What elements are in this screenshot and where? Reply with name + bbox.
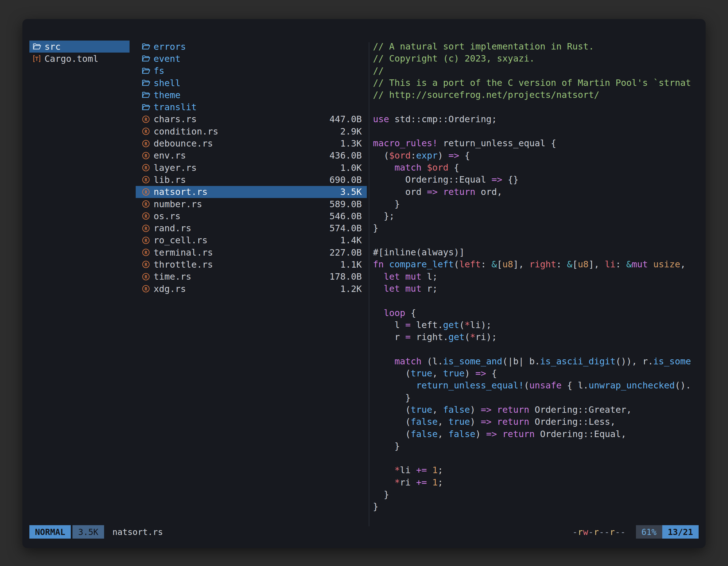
- file-size: 1.3K: [340, 138, 362, 149]
- file-row[interactable]: R condition.rs 2.9K: [136, 125, 367, 137]
- file-row[interactable]: R throttle.rs 1.1K: [136, 259, 367, 271]
- file-size: 2.9K: [340, 126, 362, 137]
- file-name: theme: [154, 90, 180, 100]
- code-line: }: [373, 501, 699, 513]
- file-row[interactable]: errors: [136, 41, 367, 53]
- file-name: fs: [154, 65, 165, 76]
- svg-text:R: R: [145, 286, 147, 292]
- file-row[interactable]: Cargo.toml: [29, 53, 130, 65]
- file-name: event: [154, 53, 180, 64]
- rust-icon: R: [141, 272, 154, 281]
- folder-icon: [141, 66, 154, 76]
- code-line: use std::cmp::Ordering;: [373, 113, 699, 125]
- svg-text:R: R: [145, 117, 147, 122]
- status-bar: NORMAL 3.5K natsort.rs -rw-r--r-- 61% 13…: [29, 525, 699, 539]
- folder-icon: [141, 103, 154, 112]
- file-row[interactable]: event: [136, 53, 367, 65]
- file-row[interactable]: R layer.rs 1.0K: [136, 162, 367, 174]
- panes: src Cargo.toml errors event fs shell the…: [22, 41, 706, 515]
- rust-icon: R: [141, 260, 154, 269]
- file-row[interactable]: translit: [136, 101, 367, 113]
- folder-icon: [141, 42, 154, 51]
- file-name: natsort.rs: [154, 187, 208, 197]
- file-size: 1.4K: [340, 235, 362, 246]
- code-line: [373, 295, 699, 307]
- code-line: fn compare_left(left: &[u8], right: &[u8…: [373, 259, 699, 271]
- rust-icon: R: [141, 139, 154, 148]
- file-name: chars.rs: [154, 114, 197, 125]
- status-filename: natsort.rs: [112, 527, 163, 537]
- svg-text:R: R: [145, 165, 147, 171]
- file-row[interactable]: R chars.rs 447.0B: [136, 113, 367, 125]
- file-name: env.rs: [154, 150, 186, 161]
- code-line: // This is a port of the C version of Ma…: [373, 77, 699, 89]
- file-size: 574.0B: [329, 223, 362, 234]
- scroll-percent-badge: 61%: [636, 525, 662, 539]
- svg-text:R: R: [145, 189, 147, 195]
- code-line: match (l.is_some_and(|b| b.is_ascii_digi…: [373, 355, 699, 367]
- file-row[interactable]: R env.rs 436.0B: [136, 150, 367, 162]
- file-row[interactable]: shell: [136, 77, 367, 89]
- file-row[interactable]: R number.rs 589.0B: [136, 198, 367, 210]
- rust-icon: R: [141, 163, 154, 172]
- svg-text:R: R: [145, 262, 147, 267]
- file-size: 546.0B: [329, 211, 362, 222]
- file-row[interactable]: src: [29, 41, 130, 53]
- file-size: 690.0B: [329, 175, 362, 185]
- mode-badge: NORMAL: [29, 525, 71, 539]
- file-row[interactable]: R time.rs 178.0B: [136, 271, 367, 283]
- file-size: 589.0B: [329, 199, 362, 210]
- code-line: // A natural sort implementation in Rust…: [373, 41, 699, 53]
- code-line: }: [373, 392, 699, 404]
- code-line: [373, 452, 699, 464]
- rust-icon: R: [141, 115, 154, 124]
- current-pane: errors event fs shell theme translit R c…: [136, 41, 367, 295]
- preview-pane: // A natural sort implementation in Rust…: [373, 41, 699, 515]
- file-row[interactable]: R rand.rs 574.0B: [136, 222, 367, 234]
- permissions: -rw-r--r--: [572, 527, 626, 537]
- rust-icon: R: [141, 187, 154, 197]
- code-line: let mut l;: [373, 271, 699, 283]
- file-row[interactable]: R natsort.rs 3.5K: [136, 186, 367, 198]
- file-row[interactable]: fs: [136, 65, 367, 77]
- svg-text:R: R: [145, 238, 147, 243]
- file-name: ro_cell.rs: [154, 235, 208, 246]
- rust-icon: R: [141, 200, 154, 209]
- folder-icon: [141, 78, 154, 88]
- svg-text:R: R: [145, 141, 147, 146]
- svg-text:R: R: [145, 202, 147, 207]
- file-size: 3.5K: [340, 187, 362, 197]
- file-name: layer.rs: [154, 163, 197, 173]
- code-line: macro_rules! return_unless_equal {: [373, 137, 699, 149]
- rust-icon: R: [141, 224, 154, 233]
- code-line: }: [373, 440, 699, 452]
- file-size: 436.0B: [329, 150, 362, 161]
- code-line: (false, true) => return Ordering::Less,: [373, 416, 699, 428]
- rust-icon: R: [141, 236, 154, 245]
- svg-text:R: R: [145, 226, 147, 231]
- code-line: // Copyright (c) 2023, sxyazi.: [373, 53, 699, 65]
- file-name: errors: [154, 41, 186, 52]
- file-row[interactable]: R terminal.rs 227.0B: [136, 247, 367, 259]
- code-line: ord => return ord,: [373, 186, 699, 198]
- file-row[interactable]: R os.rs 546.0B: [136, 210, 367, 222]
- code-line: ($ord:expr) => {: [373, 150, 699, 162]
- file-name: shell: [154, 78, 180, 88]
- file-name: translit: [154, 102, 197, 112]
- file-size: 1.1K: [340, 259, 362, 270]
- rust-icon: R: [141, 151, 154, 160]
- file-row[interactable]: R ro_cell.rs 1.4K: [136, 234, 367, 247]
- file-row[interactable]: R xdg.rs 1.2K: [136, 283, 367, 295]
- code-line: };: [373, 210, 699, 222]
- file-row[interactable]: R debounce.rs 1.3K: [136, 137, 367, 149]
- file-size: 178.0B: [329, 271, 362, 282]
- code-line: #[inline(always)]: [373, 247, 699, 259]
- rust-icon: R: [141, 127, 154, 136]
- parent-pane: src Cargo.toml: [29, 41, 130, 65]
- code-line: r = right.get(*ri);: [373, 331, 699, 343]
- file-name: Cargo.toml: [44, 53, 98, 64]
- file-size: 447.0B: [329, 114, 362, 125]
- svg-text:R: R: [145, 153, 147, 158]
- file-row[interactable]: theme: [136, 89, 367, 101]
- file-row[interactable]: R lib.rs 690.0B: [136, 174, 367, 186]
